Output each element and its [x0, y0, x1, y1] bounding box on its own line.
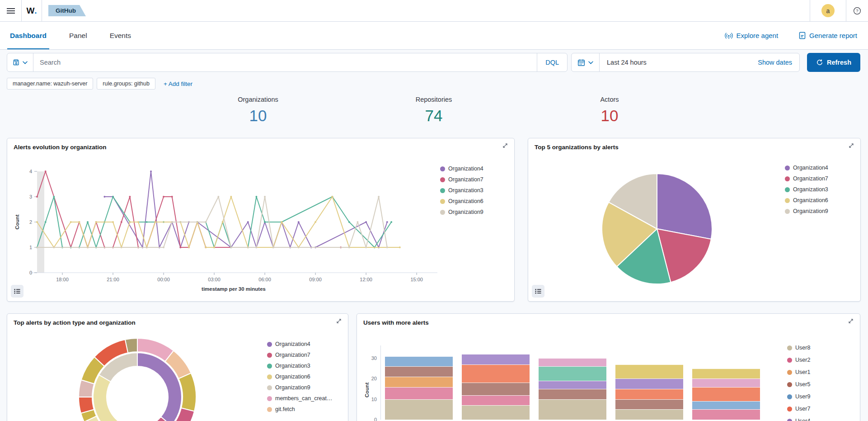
bar-segment[interactable]: [385, 377, 453, 387]
legend-item[interactable]: User9: [787, 393, 810, 400]
bar-segment[interactable]: [692, 401, 760, 409]
legend-item[interactable]: Organization7: [785, 175, 828, 182]
bar-segment[interactable]: [462, 395, 530, 406]
legend-item[interactable]: Organization9: [440, 209, 483, 215]
wazuh-logo[interactable]: W.: [22, 6, 42, 16]
search-box: DQL: [7, 53, 568, 72]
bar-segment[interactable]: [615, 378, 683, 389]
legend-swatch: [785, 209, 790, 214]
legend-item[interactable]: Organization7: [440, 176, 483, 183]
legend-item[interactable]: Organization4: [267, 341, 332, 347]
legend-item[interactable]: User2: [787, 357, 810, 363]
legend-label: Organization6: [448, 198, 483, 204]
help-button[interactable]: ?: [846, 7, 868, 15]
legend-swatch: [440, 188, 445, 193]
bar-segment[interactable]: [462, 405, 530, 420]
time-range-label[interactable]: Last 24 hours: [600, 59, 654, 66]
report-icon: [799, 32, 806, 39]
filter-pill-manager[interactable]: manager.name: wazuh-server: [7, 78, 93, 90]
legend-item[interactable]: Organization3: [267, 363, 332, 369]
legend-item[interactable]: Organization9: [267, 384, 332, 391]
legend-item[interactable]: git.fetch: [267, 406, 332, 412]
generate-report-link[interactable]: Generate report: [799, 32, 857, 39]
legend-label: User2: [795, 357, 810, 363]
chart-legend: Organization4Organization7Organization3O…: [267, 341, 332, 412]
legend-swatch: [787, 407, 792, 412]
list-icon: [14, 288, 21, 295]
inspect-button[interactable]: [532, 285, 544, 298]
bar-segment[interactable]: [615, 409, 683, 420]
bar-segment[interactable]: [462, 354, 530, 364]
legend-item[interactable]: Organization9: [785, 208, 828, 214]
legend-item[interactable]: User8: [787, 345, 810, 351]
bar-segment[interactable]: [385, 387, 453, 399]
bar-segment[interactable]: [692, 369, 760, 379]
legend-label: Organization7: [448, 176, 483, 183]
svg-text:timestamp per 30 minutes: timestamp per 30 minutes: [202, 286, 266, 292]
legend-item[interactable]: Organization7: [267, 352, 332, 358]
search-input[interactable]: [33, 53, 537, 71]
bar-segment[interactable]: [692, 387, 760, 402]
chart-legend: Organization4Organization7Organization3O…: [440, 166, 483, 215]
calendar-menu-button[interactable]: [572, 53, 600, 71]
explore-agent-link[interactable]: Explore agent: [725, 32, 779, 39]
bar-segment[interactable]: [692, 409, 760, 420]
legend-label: Organization9: [275, 384, 310, 391]
legend-label: User8: [795, 345, 810, 351]
legend-item[interactable]: User7: [787, 406, 810, 412]
bar-segment[interactable]: [692, 378, 760, 387]
add-filter-button[interactable]: + Add filter: [164, 80, 192, 87]
chart-legend: Organization4Organization7Organization3O…: [785, 165, 828, 214]
svg-text:4: 4: [29, 169, 32, 174]
legend-item[interactable]: Organization4: [440, 166, 483, 172]
legend-swatch: [785, 176, 790, 181]
legend-swatch: [267, 396, 272, 401]
bar-segment[interactable]: [539, 399, 606, 420]
svg-text:03:00: 03:00: [208, 277, 221, 282]
menu-button[interactable]: [0, 0, 22, 21]
avatar[interactable]: a: [821, 4, 835, 17]
legend-item[interactable]: User1: [787, 369, 810, 375]
svg-text:15:00: 15:00: [410, 277, 423, 282]
bar-segment[interactable]: [462, 383, 530, 395]
bar-segment[interactable]: [539, 389, 606, 399]
y-axis-label: Count: [364, 383, 370, 397]
show-dates-button[interactable]: Show dates: [751, 59, 799, 66]
legend-item[interactable]: Organization3: [440, 187, 483, 194]
bar-segment[interactable]: [462, 364, 530, 383]
legend-item[interactable]: Organization4: [785, 165, 828, 171]
filter-pill-rulegroups[interactable]: rule.groups: github: [97, 78, 155, 90]
legend-item[interactable]: Organization6: [785, 197, 828, 203]
save-query-button[interactable]: [7, 53, 33, 71]
legend-swatch: [787, 370, 792, 375]
legend-item[interactable]: User4: [787, 418, 810, 421]
refresh-button[interactable]: Refresh: [807, 53, 860, 72]
line-chart: 18:0021:0000:0003:0006:0009:0012:0015:00…: [7, 138, 515, 302]
bar-segment[interactable]: [539, 358, 606, 366]
tab-events[interactable]: Events: [107, 22, 134, 49]
tab-panel[interactable]: Panel: [66, 22, 90, 49]
legend-item[interactable]: Organization6: [267, 374, 332, 380]
bar-segment[interactable]: [385, 366, 453, 377]
dql-button[interactable]: DQL: [537, 53, 567, 71]
svg-text:Count: Count: [14, 214, 20, 229]
bar-segment[interactable]: [539, 366, 606, 381]
legend-label: members_can_creat…: [275, 395, 332, 402]
breadcrumb-github[interactable]: GitHub: [48, 5, 86, 16]
legend-item[interactable]: members_can_creat…: [267, 395, 332, 402]
legend-swatch: [267, 342, 272, 347]
y-axis: [380, 345, 381, 420]
inspect-button[interactable]: [11, 285, 23, 298]
svg-text:0: 0: [29, 270, 32, 275]
bar-segment[interactable]: [615, 364, 683, 379]
tab-dashboard[interactable]: Dashboard: [7, 22, 49, 49]
legend-item[interactable]: User5: [787, 381, 810, 388]
legend-item[interactable]: Organization3: [785, 186, 828, 193]
legend-swatch: [440, 177, 445, 182]
bar-segment[interactable]: [385, 356, 453, 367]
bar-segment[interactable]: [539, 381, 606, 389]
legend-item[interactable]: Organization6: [440, 198, 483, 204]
bar-segment[interactable]: [615, 399, 683, 410]
bar-segment[interactable]: [615, 389, 683, 399]
bar-segment[interactable]: [385, 399, 453, 420]
